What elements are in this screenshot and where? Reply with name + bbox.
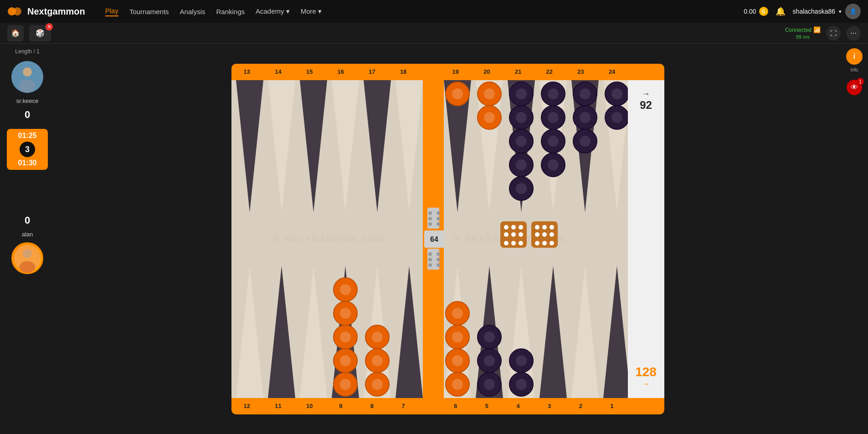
svg-point-82 — [484, 112, 495, 123]
bot-label-6: 6 — [442, 403, 469, 409]
svg-point-138 — [535, 241, 539, 245]
svg-point-72 — [516, 112, 527, 123]
nav-analysis[interactable]: Analysis — [180, 8, 205, 15]
top-label-17: 17 — [358, 68, 385, 75]
svg-point-78 — [516, 183, 527, 194]
gold-coin-icon: G — [759, 7, 768, 16]
eye-button-container: 👁 1 — [847, 80, 862, 95]
svg-point-58 — [580, 112, 591, 123]
eye-badge: 1 — [857, 78, 864, 85]
svg-point-62 — [548, 88, 559, 99]
playing-area: 64 — [231, 80, 664, 398]
score-bottom-value: 128 — [635, 365, 657, 379]
user-avatar: 👤 — [845, 4, 861, 19]
svg-point-43 — [428, 252, 432, 256]
bot-label-12: 12 — [233, 403, 261, 409]
svg-point-94 — [340, 355, 351, 366]
svg-point-134 — [550, 225, 554, 230]
board-bottom-labels: 12 11 10 9 8 7 6 5 4 3 2 1 — [231, 398, 664, 414]
home-button[interactable]: 🏠 — [7, 25, 24, 41]
info-button[interactable]: i — [846, 48, 863, 65]
close-badge-icon: ✕ — [46, 23, 53, 31]
svg-point-80 — [484, 88, 495, 99]
top-label-24: 24 — [598, 68, 626, 75]
nav-tournaments[interactable]: Tournaments — [129, 8, 169, 15]
svg-point-90 — [372, 332, 383, 342]
svg-point-130 — [519, 241, 523, 245]
svg-point-6 — [23, 249, 32, 258]
svg-point-76 — [516, 159, 527, 170]
connection-status: Connected 📶 — [785, 26, 821, 33]
pip-count: 3 — [20, 142, 35, 157]
top-label-23: 23 — [567, 68, 594, 75]
svg-point-84 — [452, 88, 463, 99]
options-button[interactable]: ⋯ — [846, 26, 861, 41]
svg-point-100 — [340, 284, 351, 295]
player-top-avatar — [11, 61, 43, 93]
arrow-right-orange-icon: → — [642, 379, 650, 389]
svg-point-44 — [428, 258, 432, 261]
svg-point-129 — [511, 241, 516, 245]
svg-point-106 — [452, 332, 463, 342]
svg-point-122 — [504, 225, 508, 230]
svg-point-108 — [452, 308, 463, 319]
top-nav: Nextgammon Play Tournaments Analysis Ran… — [0, 0, 868, 23]
nav-academy[interactable]: Academy ▾ — [256, 7, 290, 15]
top-label-15: 15 — [296, 68, 323, 75]
svg-point-4 — [19, 80, 36, 92]
svg-point-104 — [452, 355, 463, 366]
svg-point-118 — [516, 355, 527, 366]
svg-point-139 — [542, 241, 547, 245]
main-area: Length / 1 sr.keece 0 01:25 3 01:30 0 al… — [0, 44, 868, 434]
bot-label-8: 8 — [358, 403, 385, 409]
svg-point-41 — [437, 222, 440, 226]
username-label: shalachaska86 — [793, 8, 835, 15]
score-top-block: → 92 — [640, 89, 652, 112]
svg-point-1 — [13, 7, 21, 15]
score-top-value: 92 — [640, 99, 652, 112]
fullscreen-button[interactable]: ⛶ — [826, 26, 841, 41]
svg-point-47 — [437, 258, 440, 261]
player-top-score: 0 — [25, 109, 30, 121]
svg-point-86 — [372, 379, 383, 390]
nav-right: 0.00 G 🔔 shalachaska86 ▾ 👤 — [744, 4, 861, 19]
nav-more[interactable]: More ▾ — [301, 7, 322, 15]
nav-play[interactable]: Play — [105, 7, 118, 16]
svg-point-38 — [428, 222, 432, 226]
bot-label-5: 5 — [473, 403, 500, 409]
player-bottom-score: 0 — [25, 214, 30, 226]
logo[interactable]: Nextgammon — [7, 6, 85, 17]
svg-text:64: 64 — [430, 235, 438, 243]
timer-bottom-time: 01:30 — [13, 159, 41, 167]
bot-label-7: 7 — [390, 403, 417, 409]
notification-bell-icon[interactable]: 🔔 — [776, 6, 786, 16]
wifi-icon: 📶 — [813, 26, 821, 33]
svg-point-70 — [516, 88, 527, 99]
svg-point-3 — [23, 67, 32, 77]
chevron-down-icon: ▾ — [839, 9, 842, 15]
user-profile[interactable]: shalachaska86 ▾ 👤 — [793, 4, 861, 19]
left-sidebar: Length / 1 sr.keece 0 01:25 3 01:30 0 al… — [0, 44, 55, 434]
timer-box: 01:25 3 01:30 — [7, 129, 48, 170]
svg-point-48 — [437, 263, 440, 267]
board-svg: 64 — [231, 80, 628, 398]
svg-point-110 — [484, 379, 495, 390]
svg-point-45 — [428, 263, 432, 267]
top-label-19: 19 — [442, 68, 469, 75]
svg-point-114 — [484, 332, 495, 342]
game-dice-icon: 🎲 — [36, 29, 45, 37]
svg-point-102 — [452, 379, 463, 390]
svg-point-68 — [548, 159, 559, 170]
bot-label-9: 9 — [327, 403, 354, 409]
svg-point-66 — [548, 136, 559, 147]
svg-point-124 — [519, 225, 523, 230]
svg-point-116 — [516, 379, 527, 390]
nav-rankings[interactable]: Rankings — [216, 8, 245, 15]
svg-point-36 — [428, 211, 432, 215]
svg-point-56 — [580, 88, 591, 99]
svg-point-39 — [437, 211, 440, 215]
game-tab-button[interactable]: 🎲 ✕ — [29, 25, 51, 41]
backgammon-board: 13 14 15 16 17 18 19 20 21 22 23 24 — [231, 64, 664, 414]
bot-label-2: 2 — [567, 403, 594, 409]
top-label-18: 18 — [390, 68, 417, 75]
